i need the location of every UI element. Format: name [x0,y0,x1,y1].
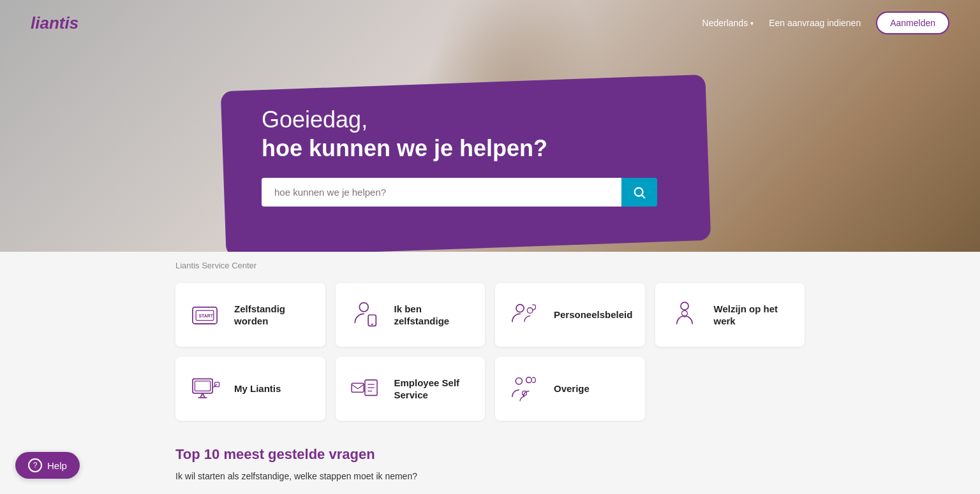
svg-text:START: START [198,314,213,318]
breadcrumb: Liantis Service Center [0,252,980,270]
cards-row-1: START Zelfstandig worden Ik ben zelfstan… [175,283,805,347]
svg-point-11 [680,302,688,310]
person-heart-icon [665,296,704,334]
nav-right: Nederlands ▾ Een aanvraag indienen Aanme… [702,11,949,34]
card-my-liantis[interactable]: My Liantis [175,357,325,421]
chevron-down-icon: ▾ [750,20,754,27]
svg-point-25 [526,377,532,383]
people-talk-icon [505,296,544,334]
login-button[interactable]: Aanmelden [876,11,949,34]
computer-icon [186,370,224,408]
navbar: liantis Nederlands ▾ Een aanvraag indien… [0,0,980,46]
search-button[interactable] [621,178,657,207]
card-personeelsbeleid[interactable]: Personeelsbe­leid [495,283,645,347]
family-icon [505,370,544,408]
hero-greeting: Goeiedag, hoe kunnen we je helpen? [262,105,657,163]
hero-content: Goeiedag, hoe kunnen we je helpen? [262,105,657,207]
start-card-icon: START [186,296,224,334]
card-ik-ben-zelfstandige[interactable]: Ik ben zelfstandige [336,283,486,347]
card-welzijn-op-het-werk[interactable]: Welzijn op het werk [655,283,805,347]
language-selector[interactable]: Nederlands ▾ [702,18,754,28]
search-input[interactable] [262,178,621,207]
search-bar [262,178,657,207]
faq-title: Top 10 meest gestelde vragen [175,446,805,463]
svg-point-10 [527,308,533,314]
logo[interactable]: liantis [31,13,78,33]
person-phone-icon [346,296,384,334]
help-button[interactable]: ? Help [15,452,80,479]
search-icon [632,185,646,200]
card-overige[interactable]: Overige [495,357,645,421]
svg-line-14 [200,393,202,398]
faq-section: Top 10 meest gestelde vragen Ik wil star… [0,446,980,494]
envelope-doc-icon [346,370,384,408]
cards-row-2: My Liantis Employee Self Service [175,357,805,421]
card-zelfstandig-worden[interactable]: START Zelfstandig worden [175,283,325,347]
svg-point-8 [371,323,373,325]
svg-line-1 [642,195,644,198]
svg-line-15 [203,393,205,398]
faq-first-question[interactable]: Ik wil starten als zelfstandige, welke s… [175,471,417,481]
cards-section: START Zelfstandig worden Ik ben zelfstan… [0,270,980,446]
card-employee-self-service[interactable]: Employee Self Service [336,357,486,421]
svg-point-9 [516,305,524,312]
svg-point-24 [516,378,522,384]
request-link[interactable]: Een aanvraag indienen [769,18,861,28]
svg-rect-19 [352,383,364,392]
help-circle-icon: ? [28,458,42,472]
svg-point-6 [359,303,368,312]
svg-rect-13 [195,381,210,391]
